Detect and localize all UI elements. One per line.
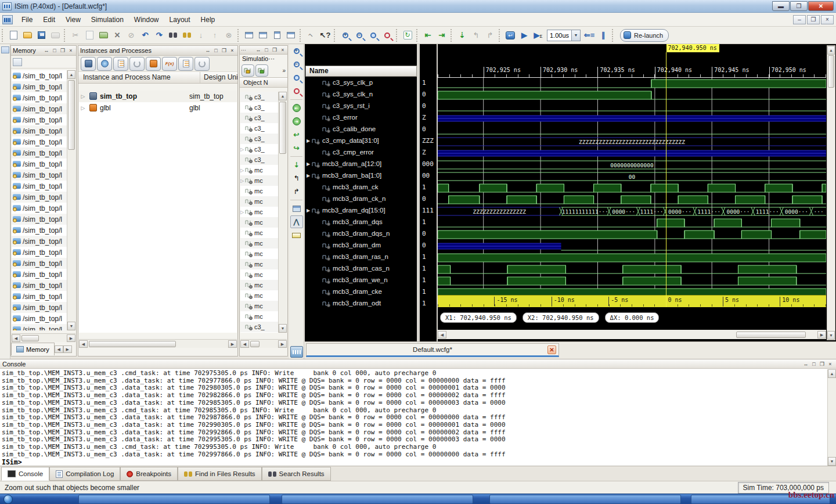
run-time-combo[interactable]: 1.00us ▼ bbox=[547, 30, 581, 41]
object-row[interactable]: ▷ c3_ bbox=[240, 134, 279, 144]
scroll-left-icon[interactable]: ◀ bbox=[438, 331, 446, 339]
instances-horizontal-scrollbar[interactable]: ◀ ▶ bbox=[79, 339, 237, 348]
object-row[interactable]: ▷ c3_ bbox=[240, 92, 279, 102]
rotate-icon[interactable] bbox=[129, 57, 145, 71]
step-forward-icon[interactable]: ↱ bbox=[484, 29, 496, 42]
redo-icon[interactable]: ↷ bbox=[153, 29, 165, 42]
object-row[interactable]: ▷ c3 bbox=[240, 332, 279, 333]
object-row[interactable]: ▷ mc bbox=[240, 259, 279, 269]
column-header-instance-name[interactable]: Instance and Process Name bbox=[78, 72, 200, 83]
close-panel-icon[interactable]: × bbox=[67, 48, 74, 53]
wave-name-column-header[interactable]: Name bbox=[305, 66, 417, 77]
object-row[interactable]: ▷ c3_ bbox=[240, 154, 279, 165]
object-row[interactable]: ▷ mc bbox=[240, 311, 279, 322]
expand-arrow-icon[interactable]: ▷ bbox=[240, 178, 245, 183]
tab-breakpoints[interactable]: Breakpoints bbox=[120, 467, 178, 481]
tile-horizontal-icon[interactable] bbox=[257, 29, 269, 42]
scroll-down-icon[interactable]: ▼ bbox=[828, 457, 836, 466]
signal-row[interactable]: ▶ mcb3_dram_we_n bbox=[305, 274, 417, 286]
instance-row-glbl[interactable]: ▷ glbl glbl bbox=[79, 102, 237, 114]
expand-arrow-icon[interactable]: ▷ bbox=[79, 105, 87, 111]
zoom-to-cursor-icon[interactable] bbox=[381, 29, 394, 42]
prev-transition-icon[interactable]: ↰ bbox=[290, 172, 303, 185]
scroll-right-icon[interactable]: ▶ bbox=[228, 340, 237, 348]
dock-panel-icon[interactable]: ❐ bbox=[819, 361, 826, 367]
signal-row[interactable]: ▶ mcb3_dram_dqs bbox=[305, 216, 417, 228]
wave-window-tab-icon[interactable] bbox=[290, 346, 303, 358]
memory-list-item[interactable]: /sim_tb_top/l bbox=[12, 159, 67, 170]
object-row[interactable]: ▷ c3_ bbox=[240, 322, 279, 332]
memory-list-item[interactable]: /sim_tb_top/l bbox=[12, 70, 67, 81]
source-files-icon[interactable] bbox=[113, 57, 128, 71]
scrollbar-thumb[interactable] bbox=[250, 341, 260, 347]
zoom-to-cursor-icon[interactable] bbox=[290, 85, 303, 98]
print-icon[interactable] bbox=[49, 29, 62, 42]
menu-window[interactable]: Window bbox=[129, 14, 164, 26]
relaunch-button[interactable]: Re-launch bbox=[620, 29, 669, 42]
console-output[interactable]: sim_tb_top.\MEM_INST3.u_mem_c3 .cmd_task… bbox=[0, 369, 827, 466]
signal-row[interactable]: ▶ mcb3_dram_cke bbox=[305, 286, 417, 297]
cascade-windows-icon[interactable] bbox=[243, 29, 255, 42]
goto-line-icon[interactable]: ⇐≡ bbox=[583, 29, 596, 42]
tab-scroll-left-icon[interactable]: ◀ bbox=[55, 345, 63, 353]
float-panel-icon[interactable]: ↔ bbox=[255, 47, 262, 53]
goto-time-zero-icon[interactable]: ⇤ bbox=[290, 102, 303, 114]
taskbar-button[interactable] bbox=[489, 495, 681, 504]
scrollbar-thumb[interactable] bbox=[68, 80, 75, 150]
float-panel-icon[interactable]: ↔ bbox=[204, 48, 211, 53]
goto-latest-time-icon[interactable]: ⇥ bbox=[290, 115, 303, 128]
toolbar-grip[interactable] bbox=[612, 29, 615, 42]
object-row[interactable]: ▷ mc bbox=[240, 165, 279, 175]
float-panel-icon[interactable]: ↔ bbox=[43, 48, 50, 53]
zoom-out-icon[interactable]: − bbox=[353, 29, 366, 42]
waveform-traces[interactable]: ZZZZZZZZZZZZZZZZZZZZZZZZZZZZZZZZ00000000… bbox=[438, 78, 826, 298]
toolbar-grip[interactable] bbox=[64, 29, 67, 42]
memory-tab[interactable]: Memory bbox=[11, 343, 55, 355]
object-row[interactable]: ▷ mc bbox=[240, 249, 279, 259]
scroll-down-icon[interactable]: ▼ bbox=[67, 322, 75, 330]
start-orb-icon[interactable] bbox=[3, 495, 13, 504]
object-row[interactable]: ▷ mc bbox=[240, 280, 279, 290]
mdi-minimize-button[interactable]: – bbox=[793, 15, 806, 24]
signal-row[interactable]: ▶ c3_calib_done bbox=[305, 123, 417, 135]
object-row[interactable]: ▷ mc bbox=[240, 228, 279, 238]
step-back-icon[interactable]: ↰ bbox=[470, 29, 482, 42]
memory-list-item[interactable]: /sim_tb_top/l bbox=[12, 247, 67, 258]
memory-list-item[interactable]: /sim_tb_top/l bbox=[12, 81, 67, 92]
block-icon[interactable]: ⊘ bbox=[125, 29, 138, 42]
globe-icon[interactable] bbox=[97, 57, 112, 71]
object-row[interactable]: ▷ mc bbox=[240, 269, 279, 280]
close-panel-icon[interactable]: × bbox=[827, 361, 834, 367]
object-row[interactable]: ▷ mc bbox=[240, 238, 279, 249]
scroll-left-icon[interactable]: ◀ bbox=[79, 340, 88, 348]
object-row[interactable]: ▷ mc bbox=[240, 290, 279, 301]
menu-edit[interactable]: Edit bbox=[38, 14, 60, 26]
tab-scroll-right-icon[interactable]: ▶ bbox=[63, 345, 72, 353]
memory-list-item[interactable]: /sim_tb_top/l bbox=[12, 103, 67, 114]
dock-panel-icon[interactable] bbox=[1, 46, 9, 53]
instances-icon[interactable] bbox=[81, 57, 96, 71]
scroll-down-icon[interactable]: ▼ bbox=[827, 331, 835, 340]
open-file-icon[interactable] bbox=[21, 29, 34, 42]
instance-row-sim-tb-top[interactable]: ▷ sim_tb_top sim_tb_top bbox=[79, 91, 237, 102]
toolbar-grip[interactable] bbox=[2, 29, 5, 42]
expand-arrow-icon[interactable]: ▷ bbox=[240, 147, 245, 152]
object-row[interactable]: ▷ mc bbox=[240, 186, 279, 196]
signal-row[interactable]: ▶ c3_error bbox=[305, 111, 417, 123]
run-all-icon[interactable]: ▶ bbox=[518, 29, 531, 42]
prev-marker-icon[interactable]: ↩ bbox=[290, 128, 303, 141]
menu-file[interactable]: File bbox=[16, 14, 38, 26]
memory-list-item[interactable]: /sim_tb_top/l bbox=[12, 192, 67, 203]
signal-row[interactable]: ▶ mcb3_dram_cas_n bbox=[305, 262, 417, 274]
cursor-time-flag[interactable]: 702,940.950 ns bbox=[666, 44, 719, 52]
scroll-right-icon[interactable]: ▶ bbox=[817, 331, 826, 339]
memory-list-item[interactable]: /sim_tb_top/l bbox=[12, 125, 67, 136]
scroll-up-icon[interactable]: ▲ bbox=[279, 92, 287, 100]
object-row[interactable]: ▷ c3_ bbox=[240, 144, 279, 154]
restart-icon[interactable]: ↩ bbox=[504, 29, 517, 42]
scroll-left-icon[interactable]: ◀ bbox=[12, 334, 20, 342]
chevron-down-icon[interactable]: ▼ bbox=[571, 30, 580, 41]
undo-icon[interactable]: ↶ bbox=[139, 29, 152, 42]
scroll-left-icon[interactable]: ◀ bbox=[240, 340, 249, 348]
close-gray-icon[interactable]: ⊗ bbox=[222, 29, 235, 42]
